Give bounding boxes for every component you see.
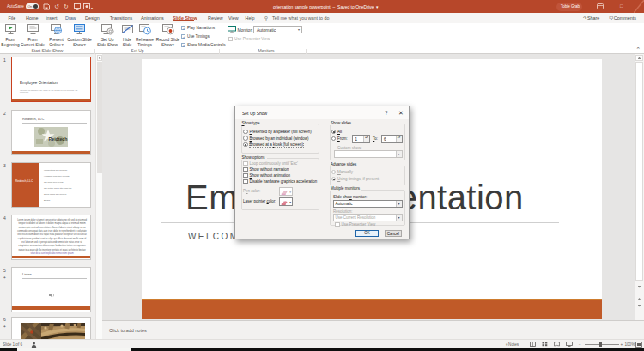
svg-text:Reidtech: Reidtech bbox=[49, 136, 68, 142]
